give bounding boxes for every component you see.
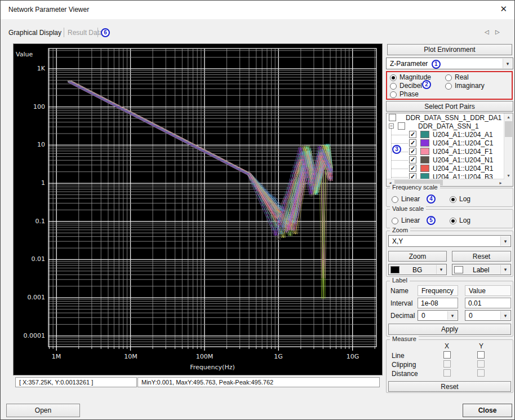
frequency-decimal-select[interactable]: 0 ▾ [418, 310, 458, 321]
port-pair-checkbox[interactable]: ✓ [409, 165, 416, 172]
scroll-up-icon[interactable]: ▴ [504, 113, 513, 121]
plot-environment-button[interactable]: Plot Environment [387, 44, 512, 55]
apply-button[interactable]: Apply [388, 324, 511, 335]
zoom-mode-select[interactable]: X,Y ▾ [388, 235, 511, 247]
radio-real[interactable] [445, 74, 452, 81]
distance-y-checkbox[interactable] [477, 369, 485, 377]
parameter-value: Z-Parameter [390, 60, 428, 68]
port-pair-label[interactable]: U204_A1::U204_F1 [433, 148, 492, 156]
clipping-y-checkbox[interactable] [477, 360, 485, 368]
line-y-checkbox[interactable] [477, 351, 485, 359]
tree-group-label[interactable]: DDR_DATA_SSN_1 [418, 122, 479, 130]
measure-y-header: Y [479, 342, 483, 350]
scrollbar-corner [504, 179, 513, 186]
zoom-reset-button[interactable]: Reset [452, 251, 511, 262]
radio-imaginary-label[interactable]: Imaginary [455, 82, 485, 90]
close-icon[interactable]: ✕ [500, 4, 507, 14]
distance-x-checkbox[interactable] [443, 369, 451, 377]
select-port-pairs-button[interactable]: Select Port Pairs [386, 101, 513, 112]
bg-color-swatch [390, 266, 399, 273]
value-linear-label[interactable]: Linear [401, 216, 420, 224]
freq-log-radio[interactable] [450, 196, 456, 203]
measure-group-title: Measure [390, 335, 419, 342]
port-pair-checkbox[interactable]: ✓ [409, 156, 416, 163]
parameter-select[interactable]: Z-Parameter 1 ▾ [386, 58, 513, 69]
freq-linear-label[interactable]: Linear [401, 195, 420, 203]
curve [68, 82, 329, 226]
label-color-select[interactable]: Label ▾ [452, 264, 511, 275]
chevron-down-icon[interactable]: ▾ [436, 265, 446, 274]
value-scale-title: Value scale [390, 205, 426, 212]
value-log-label[interactable]: Log [459, 216, 470, 224]
scroll-down-icon[interactable]: ▾ [504, 172, 513, 179]
port-pair-label[interactable]: U204_A1::U204_A1 [433, 131, 493, 139]
tree-connector [392, 135, 408, 135]
y-tick-label: 0.001 [15, 294, 45, 301]
value-log-radio[interactable] [450, 218, 456, 224]
port-pair-label[interactable]: U204_A1::U204_C1 [433, 139, 493, 147]
tree-root-checkbox[interactable] [389, 114, 396, 121]
value-linear-radio[interactable] [392, 218, 398, 224]
tree-connector [392, 169, 408, 169]
radio-imaginary[interactable] [445, 83, 452, 90]
tab-graphical-display[interactable]: Graphical Display [8, 29, 61, 37]
bg-color-label: BG [412, 266, 422, 274]
close-button[interactable]: Close [463, 404, 512, 417]
tree-group-checkbox[interactable] [398, 122, 405, 130]
callout-3: 3 [392, 145, 401, 154]
port-pair-checkbox[interactable]: ✓ [409, 139, 416, 147]
x-tick-label: 10G [336, 353, 370, 360]
scroll-right-icon[interactable]: ▸ [497, 179, 504, 186]
zoom-button[interactable]: Zoom [388, 251, 447, 262]
curve [68, 82, 329, 234]
radio-real-label[interactable]: Real [455, 73, 469, 81]
tab-prev-icon[interactable]: ◁ [485, 29, 489, 35]
x-tick-label: 1M [39, 353, 73, 360]
label-group-title: Label [390, 277, 410, 284]
port-pair-label[interactable]: U204_A1::U204_R1 [433, 165, 493, 173]
tab-next-icon[interactable]: ▷ [495, 29, 500, 35]
clipping-x-checkbox[interactable] [443, 360, 451, 368]
open-button[interactable]: Open [6, 404, 80, 417]
collapse-icon[interactable]: − [389, 123, 394, 129]
series-color-swatch [420, 156, 429, 163]
radio-decibel[interactable] [390, 83, 397, 90]
curves-layer [68, 81, 332, 299]
frequency-interval-input[interactable]: 1e-08 [418, 298, 458, 308]
tree-connector [392, 177, 408, 178]
measure-distance-label: Distance [392, 370, 418, 378]
y-tick-label: 10 [15, 141, 45, 148]
y-tick-label: 1 [15, 179, 45, 187]
y-tick-label: 0.0001 [15, 332, 45, 339]
radio-magnitude[interactable] [390, 74, 397, 81]
port-pairs-list[interactable]: DDR_DATA_SSN_1_DDR_DA1 − DDR_DATA_SSN_1 … [386, 113, 513, 187]
value-interval-input[interactable]: 0.01 [465, 298, 511, 308]
value-axis-title: Value [16, 51, 33, 58]
port-pair-checkbox[interactable]: ✓ [409, 131, 416, 138]
port-pair-label[interactable]: U204_A1::U204_N1 [433, 156, 493, 164]
label-name-value: Value [465, 285, 511, 296]
line-x-checkbox[interactable] [443, 351, 451, 359]
radio-phase[interactable] [390, 91, 397, 98]
chevron-down-icon[interactable]: ▾ [500, 265, 510, 274]
vertical-scroll-thumb[interactable] [505, 121, 512, 137]
port-pair-checkbox[interactable]: ✓ [409, 148, 416, 155]
label-name-row: Name [390, 287, 409, 295]
series-color-swatch [420, 131, 429, 138]
radio-phase-label[interactable]: Phase [399, 90, 419, 98]
chevron-down-icon[interactable]: ▾ [500, 311, 510, 320]
value-decimal-select[interactable]: 0 ▾ [465, 310, 511, 321]
chevron-down-icon[interactable]: ▾ [500, 236, 510, 246]
measure-reset-button[interactable]: Reset [388, 381, 511, 392]
freq-log-label[interactable]: Log [459, 195, 470, 203]
callout-1: 1 [432, 60, 441, 69]
label-color-swatch [454, 266, 463, 273]
chevron-down-icon[interactable]: ▾ [503, 59, 512, 68]
radio-decibel-label[interactable]: Decibel [399, 82, 422, 90]
plot-canvas[interactable] [14, 44, 382, 375]
label-decimal-row: Decimal [390, 312, 415, 320]
freq-linear-radio[interactable] [392, 196, 398, 203]
chevron-down-icon[interactable]: ▾ [447, 311, 457, 320]
bg-color-select[interactable]: BG ▾ [388, 264, 447, 275]
tree-root-label[interactable]: DDR_DATA_SSN_1_DDR_DA1 [406, 114, 501, 122]
